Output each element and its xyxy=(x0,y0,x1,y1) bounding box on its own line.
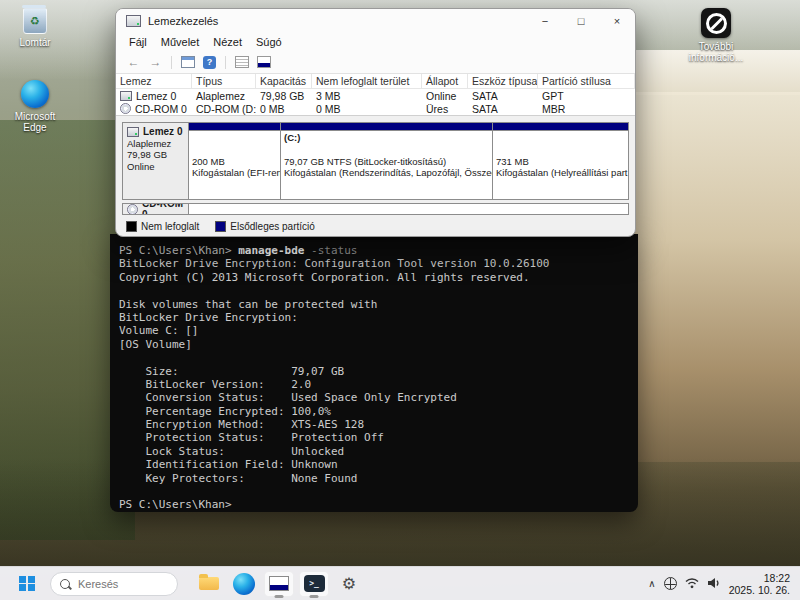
col-status[interactable]: Állapot xyxy=(422,74,468,88)
col-partition-style[interactable]: Partíció stílusa xyxy=(538,74,635,88)
console-prompt: PS C:\Users\Khan> xyxy=(119,244,238,257)
console-command: manage-bde xyxy=(238,244,304,257)
console-line: Identification Field: Unknown xyxy=(119,458,638,471)
taskbar: >_ ⚙ ∧ 18:22 2025. 10. 26. xyxy=(0,566,800,600)
powershell-button[interactable]: >_ xyxy=(299,571,329,597)
cell-capacity: 79,98 GB xyxy=(256,89,312,102)
disk-type: Alaplemez xyxy=(127,138,184,150)
disk-list-header: Lemez Típus Kapacitás Nem lefoglalt terü… xyxy=(116,74,635,89)
cell-name: CD-ROM 0 xyxy=(135,103,187,115)
table-row-cdrom0[interactable]: CD-ROM 0 CD-ROM (D:) 0 MB 0 MB Üres SATA… xyxy=(116,102,635,115)
menu-view[interactable]: Nézet xyxy=(206,36,249,48)
minimize-button[interactable]: − xyxy=(527,9,563,33)
recycle-bin-icon: ♻ xyxy=(23,8,47,34)
cd-icon xyxy=(127,204,138,215)
disk-management-button[interactable] xyxy=(264,571,294,597)
powershell-window[interactable]: PS C:\Users\Khan> manage-bde -status Bit… xyxy=(110,234,638,512)
properties-icon[interactable] xyxy=(178,53,197,71)
disk-management-app-icon xyxy=(126,15,141,27)
folder-icon xyxy=(199,577,219,590)
console-line: Key Protectors: None Found xyxy=(119,472,638,485)
toolbar-separator xyxy=(225,56,226,69)
console-line xyxy=(119,485,638,498)
back-icon[interactable]: ← xyxy=(124,53,143,71)
console-line: BitLocker Version: 2.0 xyxy=(119,378,638,391)
disk0-graphic-row: Lemez 0 Alaplemez 79,98 GB Online 200 MB… xyxy=(122,122,629,200)
clock[interactable]: 18:22 2025. 10. 26. xyxy=(729,572,790,596)
partition-recovery[interactable]: 731 MB Kifogástalan (Helyreállítási part xyxy=(493,123,628,199)
taskbar-search[interactable] xyxy=(50,572,178,596)
volume-icon[interactable] xyxy=(707,575,721,593)
cell-device: SATA xyxy=(468,89,538,102)
menu-file[interactable]: Fájl xyxy=(122,36,154,48)
title-bar[interactable]: Lemezkezelés − □ × xyxy=(116,9,635,33)
toolbar: ← → ? xyxy=(116,51,635,74)
close-button[interactable]: × xyxy=(599,9,635,33)
legend-unallocated-label: Nem lefoglalt xyxy=(141,221,199,232)
console-line xyxy=(119,351,638,364)
desktop-icon-info[interactable]: További információ... xyxy=(678,8,754,63)
console-line: Percentage Encrypted: 100,0% xyxy=(119,405,638,418)
disk-name: Lemez 0 xyxy=(143,126,182,138)
toolbar-separator xyxy=(171,56,172,69)
col-unallocated[interactable]: Nem lefoglalt terület xyxy=(312,74,422,88)
console-line: Size: 79,07 GB xyxy=(119,365,638,378)
legend-primary-swatch xyxy=(215,221,226,232)
start-button[interactable] xyxy=(12,571,42,597)
col-device-type[interactable]: Eszköz típusa xyxy=(468,74,538,88)
maximize-button[interactable]: □ xyxy=(563,9,599,33)
partition-efi[interactable]: 200 MB Kifogástalan (EFI-rendsz xyxy=(189,123,281,199)
window-title: Lemezkezelés xyxy=(148,15,218,27)
table-row-disk0[interactable]: Lemez 0 Alaplemez 79,98 GB 3 MB Online S… xyxy=(116,89,635,102)
partition-color-bar xyxy=(189,123,280,131)
console-command-line: PS C:\Users\Khan> manage-bde -status xyxy=(119,244,638,257)
legend-unallocated-swatch xyxy=(126,221,137,232)
list-view-icon[interactable] xyxy=(232,53,251,71)
partition-status: Kifogástalan (EFI-rendsz xyxy=(192,167,277,178)
disk-size: 79,98 GB xyxy=(127,149,184,161)
cell-capacity: 0 MB xyxy=(256,102,312,115)
desktop-icon-edge[interactable]: Microsoft Edge xyxy=(4,80,66,133)
file-explorer-button[interactable] xyxy=(194,571,224,597)
help-icon[interactable]: ? xyxy=(200,53,219,71)
search-input[interactable] xyxy=(76,577,165,591)
recycle-bin-label: Lomtár xyxy=(19,37,50,48)
partition-size: 200 MB xyxy=(192,156,277,167)
edge-button[interactable] xyxy=(229,571,259,597)
cell-type: Alaplemez xyxy=(192,89,256,102)
edge-icon xyxy=(21,80,49,108)
console-line: Disk volumes that can be protected with xyxy=(119,298,638,311)
console-line: Copyright (C) 2013 Microsoft Corporation… xyxy=(119,271,638,284)
info-label: További információ... xyxy=(678,41,754,63)
disk0-header-cell[interactable]: Lemez 0 Alaplemez 79,98 GB Online xyxy=(123,123,189,199)
cdrom-graphic-row[interactable]: CD-ROM 0 xyxy=(122,203,629,215)
network-globe-icon[interactable] xyxy=(664,577,677,590)
console-line: Conversion Status: Used Space Only Encry… xyxy=(119,391,638,404)
console-param: -status xyxy=(304,244,357,257)
desktop-icon-recycle-bin[interactable]: ♻ Lomtár xyxy=(4,8,66,48)
tray-chevron-icon[interactable]: ∧ xyxy=(648,578,655,589)
cdrom-name: CD-ROM 0 xyxy=(142,203,184,215)
disk-icon xyxy=(120,91,132,101)
menu-help[interactable]: Súgó xyxy=(249,36,289,48)
prohibition-icon xyxy=(701,8,731,38)
cell-status: Üres xyxy=(422,102,468,115)
col-type[interactable]: Típus xyxy=(192,74,256,88)
cell-unallocated: 0 MB xyxy=(312,102,422,115)
legend-primary: Elsődleges partíció xyxy=(215,221,315,232)
partition-c[interactable]: (C:) 79,07 GB NTFS (BitLocker-titkosítás… xyxy=(281,123,493,199)
prohibition-circle xyxy=(706,13,727,34)
partition-title xyxy=(192,132,277,143)
partition-size: 79,07 GB NTFS (BitLocker-titkosítású) xyxy=(284,156,489,167)
col-disk[interactable]: Lemez xyxy=(116,74,192,88)
forward-icon[interactable]: → xyxy=(146,53,165,71)
menu-action[interactable]: Művelet xyxy=(154,36,207,48)
settings-button[interactable]: ⚙ xyxy=(334,571,364,597)
wifi-icon[interactable] xyxy=(685,575,699,593)
search-icon xyxy=(60,579,70,589)
system-tray: ∧ 18:22 2025. 10. 26. xyxy=(648,572,800,596)
partition-status: Kifogástalan (Helyreállítási part xyxy=(496,167,625,178)
graph-view-icon[interactable] xyxy=(254,53,273,71)
cell-unallocated: 3 MB xyxy=(312,89,422,102)
col-capacity[interactable]: Kapacitás xyxy=(256,74,312,88)
